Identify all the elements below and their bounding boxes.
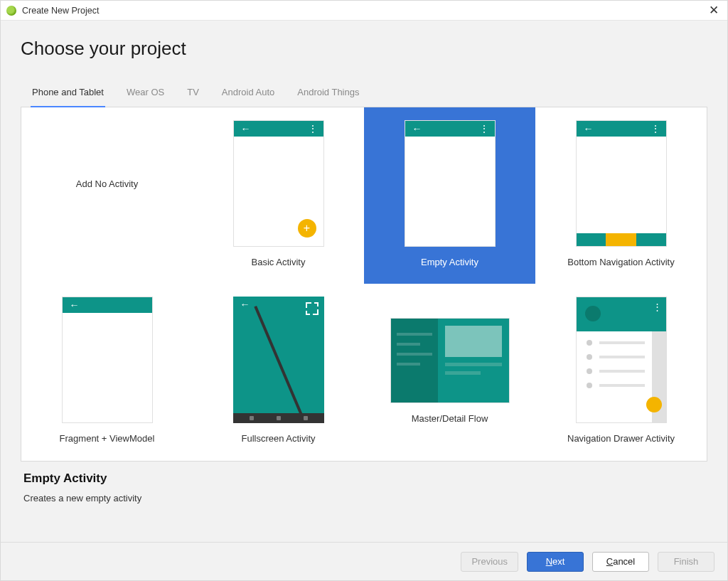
back-arrow-icon xyxy=(70,299,80,311)
template-label: Navigation Drawer Activity xyxy=(567,433,675,444)
template-thumbnail xyxy=(233,297,324,423)
overflow-icon: ⋮ xyxy=(479,123,489,134)
template-basic-activity[interactable]: ⋮ + Basic Activity xyxy=(193,107,364,284)
template-label: Empty Activity xyxy=(421,257,478,267)
fab-icon: + xyxy=(298,219,316,238)
template-label: Add No Activity xyxy=(76,178,138,189)
template-label: Basic Activity xyxy=(252,257,306,267)
window-title: Create New Project xyxy=(22,6,99,16)
back-arrow-icon xyxy=(241,123,251,134)
selected-title: Empty Activity xyxy=(23,471,705,486)
template-label: Master/Detail Flow xyxy=(412,413,488,424)
template-grid-container: Add No Activity ⋮ + Basic Activity ⋮ xyxy=(21,107,707,462)
template-label: Bottom Navigation Activity xyxy=(567,257,674,267)
fab-icon xyxy=(646,397,662,412)
template-label: Fragment + ViewModel xyxy=(60,433,155,444)
back-arrow-icon xyxy=(584,123,594,134)
template-empty-activity[interactable]: ⋮ Empty Activity xyxy=(364,107,535,284)
tab-wear-os[interactable]: Wear OS xyxy=(125,80,166,107)
avatar-icon xyxy=(585,306,601,321)
bottom-nav-bar-icon xyxy=(577,233,666,246)
content-area: Choose your project Phone and Tablet Wea… xyxy=(1,21,727,542)
template-add-no-activity[interactable]: Add No Activity xyxy=(21,107,193,284)
overflow-icon: ⋮ xyxy=(308,123,318,134)
android-studio-icon xyxy=(6,6,16,16)
overflow-icon: ⋮ xyxy=(653,302,662,312)
tab-tv[interactable]: TV xyxy=(186,80,200,107)
finish-button: Finish xyxy=(658,552,714,572)
template-bottom-navigation-activity[interactable]: ⋮ Bottom Navigation Activity xyxy=(535,107,707,284)
template-thumbnail xyxy=(390,318,510,403)
tab-android-things[interactable]: Android Things xyxy=(296,80,360,107)
template-thumbnail: ⋮ + xyxy=(233,120,324,247)
template-thumbnail: ⋮ xyxy=(576,120,667,247)
close-icon[interactable]: ✕ xyxy=(706,4,722,16)
template-thumbnail xyxy=(62,297,153,423)
template-master-detail-flow[interactable]: Master/Detail Flow xyxy=(364,284,535,460)
overflow-icon: ⋮ xyxy=(651,123,660,134)
template-fragment-viewmodel[interactable]: Fragment + ViewModel xyxy=(21,284,193,460)
template-label: Fullscreen Activity xyxy=(241,433,315,444)
page-title: Choose your project xyxy=(21,38,707,60)
tab-android-auto[interactable]: Android Auto xyxy=(220,80,276,107)
template-thumbnail: ⋮ xyxy=(576,297,667,423)
previous-button: Previous xyxy=(461,552,518,572)
next-button[interactable]: Next xyxy=(527,552,584,572)
template-grid-scroll[interactable]: Add No Activity ⋮ + Basic Activity ⋮ xyxy=(21,107,707,461)
template-thumbnail: ⋮ xyxy=(405,120,496,247)
title-bar: Create New Project ✕ xyxy=(1,1,727,21)
tab-phone-and-tablet[interactable]: Phone and Tablet xyxy=(31,80,105,107)
template-navigation-drawer-activity[interactable]: ⋮ Navigation Drawer Activity xyxy=(535,284,707,460)
selected-details: Empty Activity Creates a new empty activ… xyxy=(21,462,707,515)
selected-description: Creates a new empty activity xyxy=(23,493,705,503)
template-fullscreen-activity[interactable]: Fullscreen Activity xyxy=(193,284,364,460)
tab-bar: Phone and Tablet Wear OS TV Android Auto… xyxy=(21,80,707,107)
cancel-button[interactable]: Cancel xyxy=(592,552,649,572)
dialog-window: Create New Project ✕ Choose your project… xyxy=(0,0,728,581)
button-bar: Previous Next Cancel Finish xyxy=(1,542,727,580)
template-grid: Add No Activity ⋮ + Basic Activity ⋮ xyxy=(21,107,707,460)
back-arrow-icon xyxy=(412,123,422,134)
